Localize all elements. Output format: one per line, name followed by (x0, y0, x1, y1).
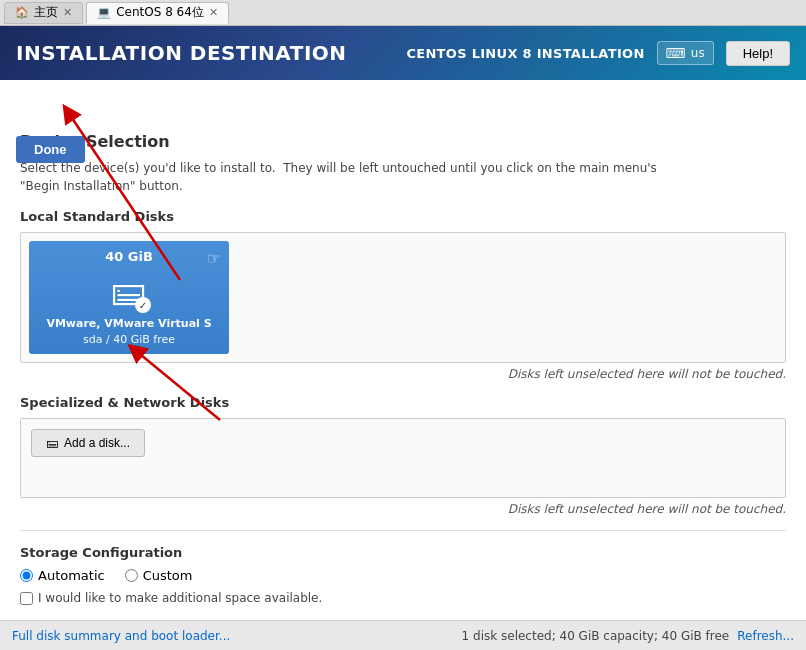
tab-centos-label: CentOS 8 64位 (116, 4, 204, 21)
extra-space-checkbox[interactable] (20, 592, 33, 605)
keyboard-lang: us (691, 46, 705, 60)
radio-custom[interactable]: Custom (125, 568, 193, 583)
local-disks-note: Disks left unselected here will not be t… (20, 367, 786, 381)
centos-label: CENTOS LINUX 8 INSTALLATION (406, 46, 644, 61)
disk-tile[interactable]: 40 GiB 🖴 ✓ VMware, VMware Virtual S sda … (29, 241, 229, 354)
add-disk-button[interactable]: 🖴 Add a disk... (31, 429, 145, 457)
tab-centos[interactable]: 💻 CentOS 8 64位 ✕ (86, 2, 229, 24)
storage-config-title: Storage Configuration (20, 545, 786, 560)
tab-centos-close[interactable]: ✕ (209, 6, 218, 19)
footer-status: 1 disk selected; 40 GiB capacity; 40 GiB… (462, 629, 794, 643)
keyboard-icon: ⌨ (666, 45, 686, 61)
storage-config-section: Storage Configuration Automatic Custom I… (20, 545, 786, 605)
disk-name: VMware, VMware Virtual S (37, 317, 221, 330)
disk-size: 40 GiB (37, 249, 221, 264)
specialized-disks-note: Disks left unselected here will not be t… (20, 502, 786, 516)
done-button[interactable]: Done (16, 136, 85, 163)
disk-icon-area: 🖴 ✓ (37, 270, 221, 311)
radio-custom-input[interactable] (125, 569, 138, 582)
radio-group: Automatic Custom (20, 568, 786, 583)
footer-status-text: 1 disk selected; 40 GiB capacity; 40 GiB… (462, 629, 730, 643)
header: INSTALLATION DESTINATION CENTOS LINUX 8 … (0, 26, 806, 80)
full-disk-summary-link[interactable]: Full disk summary and boot loader... (12, 629, 230, 643)
extra-space-text: I would like to make additional space av… (38, 591, 322, 605)
cursor-icon: ☞ (207, 249, 221, 268)
add-disk-label: Add a disk... (64, 436, 130, 450)
radio-automatic[interactable]: Automatic (20, 568, 105, 583)
tab-bar: 🏠 主页 ✕ 💻 CentOS 8 64位 ✕ (0, 0, 806, 26)
device-selection-section: Device Selection Select the device(s) yo… (20, 132, 786, 195)
extra-space-checkbox-label[interactable]: I would like to make additional space av… (20, 591, 786, 605)
page-title: INSTALLATION DESTINATION (16, 41, 347, 65)
tab-home-close[interactable]: ✕ (63, 6, 72, 19)
specialized-area: 🖴 Add a disk... (20, 418, 786, 498)
disk-area: 40 GiB 🖴 ✓ VMware, VMware Virtual S sda … (20, 232, 786, 363)
refresh-link[interactable]: Refresh... (737, 629, 794, 643)
radio-automatic-input[interactable] (20, 569, 33, 582)
tab-home-label: 主页 (34, 4, 58, 21)
local-disks-title: Local Standard Disks (20, 209, 786, 224)
device-selection-title: Device Selection (20, 132, 786, 151)
divider (20, 530, 786, 531)
radio-custom-label: Custom (143, 568, 193, 583)
radio-automatic-label: Automatic (38, 568, 105, 583)
help-button[interactable]: Help! (726, 41, 790, 66)
specialized-disks-title: Specialized & Network Disks (20, 395, 786, 410)
home-tab-icon: 🏠 (15, 6, 29, 19)
header-right: CENTOS LINUX 8 INSTALLATION ⌨ us Help! (406, 41, 790, 66)
centos-tab-icon: 💻 (97, 6, 111, 19)
tab-home[interactable]: 🏠 主页 ✕ (4, 2, 83, 24)
footer: Full disk summary and boot loader... 1 d… (0, 620, 806, 650)
disk-check-icon: ✓ (135, 297, 151, 313)
keyboard-indicator[interactable]: ⌨ us (657, 41, 714, 65)
disk-detail: sda / 40 GiB free (37, 333, 221, 346)
device-selection-desc: Select the device(s) you'd like to insta… (20, 159, 786, 195)
add-disk-icon: 🖴 (46, 436, 58, 450)
main-content: Device Selection Select the device(s) yo… (0, 80, 806, 620)
